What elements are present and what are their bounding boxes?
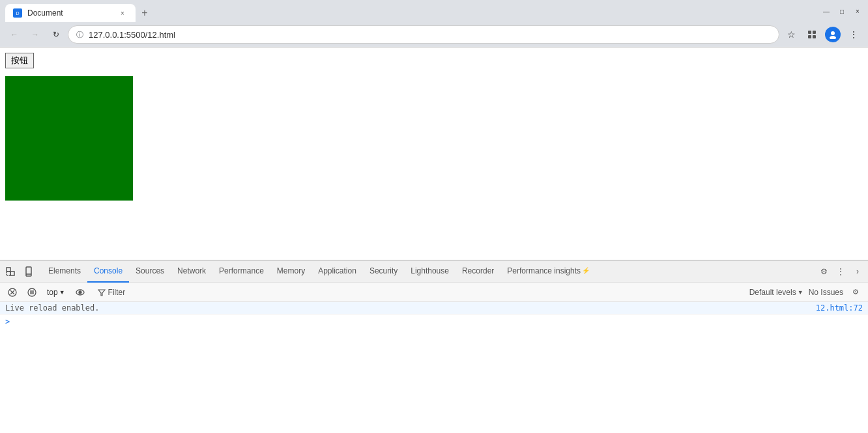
maximize-button[interactable]: □ bbox=[837, 6, 847, 16]
devtools-dock-icon[interactable]: › bbox=[850, 264, 865, 279]
devtools-settings-icon[interactable]: ⚙ bbox=[816, 264, 832, 279]
console-settings-icon[interactable]: ⚙ bbox=[848, 285, 863, 300]
svg-rect-5 bbox=[813, 35, 816, 38]
svg-rect-8 bbox=[7, 268, 10, 272]
device-toolbar-icon[interactable] bbox=[21, 264, 36, 279]
filter-button[interactable]: Filter bbox=[93, 286, 131, 298]
svg-point-7 bbox=[830, 36, 836, 39]
tab-bar: D Document × + bbox=[5, 0, 816, 22]
console-link-file[interactable]: 12.html:72 bbox=[816, 303, 863, 313]
top-label: top bbox=[47, 288, 58, 297]
tab-memory[interactable]: Memory bbox=[270, 260, 311, 283]
address-bar: ← → ↻ ⓘ 127.0.0.1:5500/12.html ☆ ⋮ bbox=[0, 22, 868, 47]
page-button[interactable]: 按钮 bbox=[5, 53, 34, 68]
context-selector[interactable]: top ▼ bbox=[44, 286, 68, 298]
tab-close-button[interactable]: × bbox=[117, 8, 128, 18]
filter-console-icon[interactable] bbox=[25, 285, 39, 300]
reload-button[interactable]: ↻ bbox=[47, 25, 65, 44]
url-security-icon: ⓘ bbox=[76, 30, 83, 40]
console-right-controls: Default levels ▼ No Issues ⚙ bbox=[749, 285, 863, 300]
console-line-reload: Live reload enabled. 12.html:72 bbox=[0, 302, 868, 314]
svg-point-6 bbox=[831, 31, 835, 35]
default-levels-arrow: ▼ bbox=[798, 289, 803, 296]
minimize-button[interactable]: — bbox=[821, 6, 832, 16]
bookmark-star-icon[interactable]: ☆ bbox=[782, 25, 800, 44]
tab-application[interactable]: Application bbox=[311, 260, 363, 283]
tab-security[interactable]: Security bbox=[363, 260, 404, 283]
devtools-panel: Elements Console Sources Network Perform… bbox=[0, 260, 868, 433]
svg-rect-11 bbox=[26, 267, 31, 276]
forward-button[interactable]: → bbox=[26, 25, 44, 44]
svg-marker-22 bbox=[98, 290, 105, 296]
svg-rect-4 bbox=[808, 35, 811, 38]
devtools-tabs-bar: Elements Console Sources Network Perform… bbox=[0, 260, 868, 283]
tab-elements[interactable]: Elements bbox=[42, 260, 87, 283]
new-tab-button[interactable]: + bbox=[136, 4, 154, 22]
active-tab[interactable]: D Document × bbox=[5, 4, 136, 22]
default-levels-selector[interactable]: Default levels ▼ bbox=[749, 288, 803, 297]
devtools-right-icons: ⚙ ⋮ › bbox=[816, 264, 865, 279]
default-levels-label: Default levels bbox=[749, 288, 796, 297]
title-bar: D Document × + — □ × bbox=[0, 0, 868, 22]
eye-icon[interactable] bbox=[73, 285, 87, 300]
url-bar[interactable]: ⓘ 127.0.0.1:5500/12.html bbox=[68, 25, 779, 44]
tab-recorder[interactable]: Recorder bbox=[456, 260, 500, 283]
svg-point-21 bbox=[79, 291, 81, 294]
console-output: Live reload enabled. 12.html:72 > bbox=[0, 302, 868, 433]
tab-title: Document bbox=[27, 8, 112, 18]
tab-sources[interactable]: Sources bbox=[129, 260, 171, 283]
clear-console-icon[interactable] bbox=[5, 285, 20, 300]
tab-performance-insights[interactable]: Performance insights ⚡ bbox=[500, 260, 596, 283]
console-toolbar: top ▼ Filter Default levels ▼ No Issues … bbox=[0, 283, 868, 302]
filter-label: Filter bbox=[108, 288, 126, 297]
browser-toolbar: ☆ ⋮ bbox=[782, 25, 863, 44]
devtools-more-icon[interactable]: ⋮ bbox=[833, 264, 848, 279]
no-issues-indicator: No Issues bbox=[809, 288, 843, 297]
tab-lighthouse[interactable]: Lighthouse bbox=[404, 260, 456, 283]
inspect-element-icon[interactable] bbox=[3, 264, 18, 279]
profile-icon[interactable] bbox=[824, 25, 842, 44]
url-text: 127.0.0.1:5500/12.html bbox=[89, 30, 771, 40]
console-text-reload: Live reload enabled. bbox=[5, 303, 816, 313]
back-button[interactable]: ← bbox=[5, 25, 23, 44]
tab-performance[interactable]: Performance bbox=[212, 260, 270, 283]
dropdown-arrow-icon: ▼ bbox=[59, 289, 65, 296]
menu-icon[interactable]: ⋮ bbox=[845, 25, 863, 44]
tab-network[interactable]: Network bbox=[171, 260, 212, 283]
svg-rect-10 bbox=[7, 272, 10, 275]
prompt-chevron-icon: > bbox=[5, 317, 10, 326]
tab-favicon: D bbox=[13, 8, 22, 18]
profile-avatar bbox=[825, 27, 841, 42]
extensions-icon[interactable] bbox=[803, 25, 821, 44]
close-button[interactable]: × bbox=[852, 6, 863, 16]
devtools-left-icons bbox=[3, 264, 36, 279]
svg-rect-2 bbox=[808, 31, 811, 34]
tab-console[interactable]: Console bbox=[87, 260, 129, 283]
page-content: 按钮 bbox=[0, 47, 868, 260]
console-prompt-line[interactable]: > bbox=[0, 314, 868, 329]
svg-rect-3 bbox=[813, 31, 816, 34]
svg-rect-9 bbox=[10, 272, 14, 275]
svg-text:D: D bbox=[16, 11, 19, 16]
green-rectangle bbox=[5, 76, 133, 201]
window-controls: — □ × bbox=[821, 6, 863, 16]
